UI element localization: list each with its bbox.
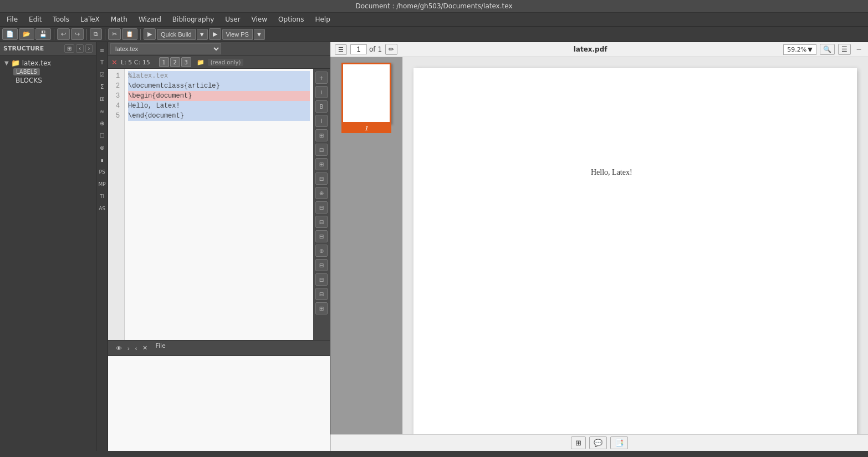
icon-approx[interactable]: ≈	[96, 105, 108, 116]
bottom-nav-eye[interactable]: 👁	[114, 344, 124, 353]
pdf-thumb-1[interactable]: 1	[341, 63, 391, 133]
code-content[interactable]: %latex.tex\documentclass{article}\begin{…	[125, 69, 313, 340]
menu-latex[interactable]: LaTeX	[76, 14, 104, 25]
editor-right-btn-box1[interactable]: ⊞	[315, 129, 328, 141]
editor-right-btn-box6[interactable]: ⊟	[315, 216, 328, 228]
editor-area: latex.tex ✕ L: 5 C: 15 1 2 3 📁 (read onl…	[108, 42, 330, 451]
quick-build-button[interactable]: Quick Build	[157, 29, 196, 40]
redo-button[interactable]: ↪	[71, 28, 84, 40]
bottom-nav-right[interactable]: ›	[125, 344, 132, 353]
pdf-grid-view-btn[interactable]: ⊞	[571, 436, 586, 449]
line-num-4: 4	[113, 101, 120, 111]
paste-button[interactable]: 📋	[122, 28, 137, 40]
pdf-toolbar: ☰ of 1 ✏ latex.pdf 59.2% ▼ 🔍 ☰ −	[330, 42, 868, 57]
editor-right-btn-box8[interactable]: ⊟	[315, 259, 328, 271]
icon-sum[interactable]: Σ	[96, 81, 108, 92]
pdf-viewer[interactable]: Hello, Latex!	[402, 57, 868, 434]
icon-block[interactable]: ∎	[96, 154, 108, 165]
blocks-item[interactable]: BLOCKS	[13, 75, 94, 85]
structure-maximize-btn[interactable]: ⊞	[64, 44, 74, 53]
pdf-page-input[interactable]	[350, 44, 367, 54]
view-ps-button[interactable]: View PS	[222, 29, 253, 40]
page-num-3[interactable]: 3	[181, 57, 191, 67]
pdf-of-pages: of 1	[369, 45, 382, 53]
editor-right-btn-circ1[interactable]: ⊕	[315, 187, 328, 199]
pdf-sidebar-view-btn[interactable]: 📑	[610, 436, 628, 449]
pdf-minus-btn[interactable]: −	[854, 44, 864, 54]
icon-square[interactable]: ☐	[96, 130, 108, 141]
pdf-menu-btn[interactable]: ☰	[838, 44, 851, 55]
menu-file[interactable]: File	[2, 14, 22, 25]
pdf-zoom-display[interactable]: 59.2% ▼	[783, 44, 816, 55]
code-line-1: %latex.tex	[128, 71, 310, 81]
editor-right-btn-box4[interactable]: ⊟	[315, 172, 328, 185]
pdf-thumb-page	[341, 63, 391, 124]
structure-title: STRUCTURE	[3, 45, 44, 52]
editor-right-btn-box11[interactable]: ⊞	[315, 302, 328, 314]
open-button[interactable]: 📂	[19, 28, 34, 40]
structure-prev-btn[interactable]: ‹	[76, 44, 83, 53]
bottom-nav-x[interactable]: ✕	[140, 343, 150, 353]
save-button[interactable]: 💾	[35, 28, 51, 40]
icon-circle-x[interactable]: ⊗	[96, 142, 108, 153]
bottom-nav: 👁 › ‹ ✕	[113, 342, 151, 354]
pdf-sidebar-toggle[interactable]: ☰	[335, 44, 347, 55]
bottom-nav-left[interactable]: ‹	[133, 344, 140, 353]
editor-right-btn-i[interactable]: I	[315, 115, 328, 127]
page-num-1[interactable]: 1	[159, 57, 169, 67]
tree-item-file[interactable]: ▼ 📁 latex.tex	[2, 58, 94, 68]
menu-help[interactable]: Help	[310, 14, 334, 25]
icon-grid[interactable]: ⊞	[96, 93, 108, 104]
menu-view[interactable]: View	[247, 14, 272, 25]
line-num-2: 2	[113, 81, 120, 91]
editor-right-btn-box2[interactable]: ⊟	[315, 144, 328, 156]
menu-wizard[interactable]: Wizard	[134, 14, 166, 25]
pdf-pencil-btn[interactable]: ✏	[385, 44, 397, 55]
pdf-search-btn[interactable]: 🔍	[820, 44, 835, 55]
undo-button[interactable]: ↩	[57, 28, 70, 40]
editor-right-btn-box3[interactable]: ⊞	[315, 158, 328, 170]
copy-button[interactable]: ⧉	[90, 28, 102, 40]
menu-tools[interactable]: Tools	[48, 14, 74, 25]
icon-ti[interactable]: TI	[96, 191, 108, 202]
editor-right-btn-box9[interactable]: ⊟	[315, 273, 328, 286]
view-ps-dropdown[interactable]: ▼	[254, 29, 265, 40]
file-tab-select[interactable]: latex.tex	[110, 43, 221, 54]
icon-list[interactable]: ≡	[96, 44, 108, 55]
run-button[interactable]: ▶	[144, 28, 156, 40]
icon-check[interactable]: ☑	[96, 69, 108, 80]
menu-options[interactable]: Options	[274, 14, 308, 25]
menu-bibliography[interactable]: Bibliography	[168, 14, 218, 25]
toolbar-sep-2	[86, 29, 87, 40]
line-num-5: 5	[113, 111, 120, 121]
pdf-comment-view-btn[interactable]: 💬	[589, 436, 607, 449]
icon-mp[interactable]: MP	[96, 179, 108, 190]
icon-text[interactable]: T	[96, 57, 108, 68]
icon-as[interactable]: AS	[96, 203, 108, 214]
cut-button[interactable]: ✂	[108, 28, 121, 40]
editor-right-btn-b[interactable]: B	[315, 100, 328, 113]
main-area: STRUCTURE ⊞ ‹ › ▼ 📁 latex.tex LABELS BLO…	[0, 42, 868, 451]
editor-right-btn-circ2[interactable]: ⊕	[315, 245, 328, 257]
close-indicator[interactable]: ✕	[111, 58, 118, 67]
tree-labels-area: LABELS	[13, 68, 94, 75]
menu-bar: File Edit Tools LaTeX Math Wizard Biblio…	[0, 13, 868, 27]
icon-circle-plus[interactable]: ⊕	[96, 118, 108, 129]
editor-right-btn-info[interactable]: i	[315, 86, 328, 98]
new-button[interactable]: 📄	[2, 28, 18, 40]
editor-right-btn-box7[interactable]: ⊟	[315, 230, 328, 242]
editor-right-btn-box5[interactable]: ⊟	[315, 201, 328, 214]
labels-badge[interactable]: LABELS	[13, 68, 40, 75]
menu-edit[interactable]: Edit	[24, 14, 46, 25]
run-arrow-button[interactable]: ▶	[209, 28, 221, 40]
code-editor[interactable]: 1 2 3 4 5 %latex.tex\documentclass{artic…	[108, 69, 313, 340]
editor-right-btn-box10[interactable]: ⊟	[315, 288, 328, 300]
icon-ps[interactable]: PS	[96, 166, 108, 177]
quick-build-dropdown[interactable]: ▼	[197, 29, 208, 40]
menu-math[interactable]: Math	[106, 14, 132, 25]
menu-user[interactable]: User	[221, 14, 244, 25]
editor-right-btn-add[interactable]: +	[315, 72, 328, 84]
structure-next-btn[interactable]: ›	[85, 44, 93, 53]
bottom-tab-file[interactable]: File	[155, 342, 165, 354]
page-num-2[interactable]: 2	[170, 57, 180, 67]
